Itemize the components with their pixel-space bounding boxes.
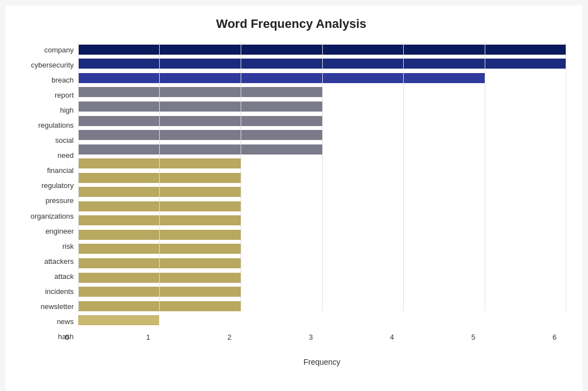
y-label: report: [55, 89, 74, 102]
bar-row: [78, 86, 566, 98]
y-label: financial: [47, 165, 74, 177]
bar-row: [78, 57, 566, 70]
bars-grid: 0123456 Frequency: [78, 42, 566, 344]
bar: [78, 273, 241, 283]
bar-row: [78, 300, 566, 312]
bar-row: [78, 257, 566, 269]
bar: [78, 315, 159, 325]
y-label: news: [57, 315, 74, 327]
bar: [78, 45, 566, 55]
bar-row: [78, 186, 566, 198]
x-tick-label: 3: [300, 333, 322, 341]
bar-row: [78, 286, 566, 298]
bar: [78, 244, 241, 254]
y-label: incidents: [45, 285, 74, 297]
bar-row: [78, 129, 566, 141]
bars-container: [78, 42, 566, 344]
y-label: risk: [63, 240, 74, 252]
y-label: regulations: [38, 119, 74, 132]
bar: [78, 258, 241, 268]
bar: [78, 287, 241, 297]
y-label: attackers: [44, 255, 74, 267]
bar: [78, 215, 241, 225]
y-label: high: [60, 104, 74, 117]
y-label: social: [55, 134, 74, 147]
bar: [78, 130, 322, 140]
chart-title: Word Frequency Analysis: [17, 17, 566, 31]
y-label: need: [58, 149, 74, 162]
bar: [78, 230, 241, 240]
bar-row: [78, 72, 566, 84]
bar-row: [78, 214, 566, 226]
bar-row: [78, 115, 566, 127]
bar-row: [78, 314, 566, 326]
y-label: pressure: [45, 195, 74, 207]
y-label: breach: [51, 74, 74, 86]
bar: [78, 173, 241, 183]
x-axis-title: Frequency: [303, 358, 340, 366]
y-label: attack: [54, 270, 74, 282]
bar-row: [78, 229, 566, 241]
grid-line: [566, 42, 566, 311]
y-label: company: [44, 44, 74, 56]
x-tick-label: 0: [56, 333, 78, 341]
bar: [78, 87, 322, 97]
bar: [78, 73, 485, 83]
bar-row: [78, 172, 566, 184]
bar: [78, 301, 241, 311]
chart-area: companycybersecuritybreachreporthighregu…: [17, 42, 566, 344]
x-tick-label: 1: [137, 333, 159, 341]
bar-row: [78, 243, 566, 255]
y-label: regulatory: [41, 180, 74, 192]
bar-row: [78, 143, 566, 156]
bar-row: [78, 44, 566, 56]
bar: [78, 187, 241, 197]
bar-row: [78, 100, 566, 113]
bar: [78, 102, 322, 112]
bar: [78, 158, 241, 168]
x-tick-label: 4: [381, 333, 403, 341]
bar-row: [78, 272, 566, 284]
x-tick-label: 6: [543, 333, 566, 341]
y-label: cybersecurity: [31, 59, 74, 71]
x-tick-label: 2: [218, 333, 241, 341]
bar-row: [78, 157, 566, 170]
y-axis: companycybersecuritybreachreporthighregu…: [17, 42, 78, 344]
bar: [78, 144, 322, 155]
bar: [78, 59, 566, 69]
y-label: newsletter: [41, 300, 74, 312]
bar: [78, 201, 241, 211]
y-label: organizations: [31, 210, 74, 222]
y-label: engineer: [45, 225, 74, 237]
x-tick-label: 5: [462, 333, 485, 341]
x-axis-labels: 0123456: [78, 327, 566, 344]
bar: [78, 116, 322, 126]
bar-row: [78, 200, 566, 213]
chart-container: Word Frequency Analysis companycybersecu…: [6, 6, 582, 391]
